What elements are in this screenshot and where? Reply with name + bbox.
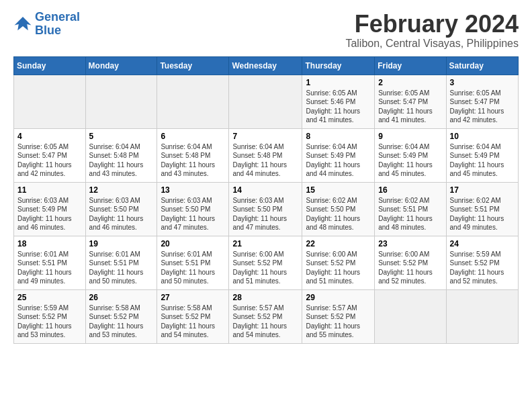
month-title: February 2024 <box>345 11 519 38</box>
day-info: Sunrise: 6:01 AM Sunset: 5:51 PM Dayligh… <box>17 250 82 286</box>
day-cell: 27Sunrise: 5:58 AM Sunset: 5:52 PM Dayli… <box>157 289 229 343</box>
day-cell <box>157 75 229 128</box>
day-number: 21 <box>232 239 298 248</box>
day-info: Sunrise: 6:04 AM Sunset: 5:48 PM Dayligh… <box>89 142 154 179</box>
day-cell: 26Sunrise: 5:58 AM Sunset: 5:52 PM Dayli… <box>85 289 157 343</box>
day-number: 9 <box>378 132 442 141</box>
day-cell: 25Sunrise: 5:59 AM Sunset: 5:52 PM Dayli… <box>14 289 86 343</box>
day-info: Sunrise: 6:01 AM Sunset: 5:51 PM Dayligh… <box>89 250 154 286</box>
header-cell-thursday: Thursday <box>302 56 375 75</box>
calendar-body: 1Sunrise: 6:05 AM Sunset: 5:46 PM Daylig… <box>14 75 519 343</box>
day-cell: 23Sunrise: 6:00 AM Sunset: 5:52 PM Dayli… <box>375 236 446 289</box>
day-cell: 4Sunrise: 6:05 AM Sunset: 5:47 PM Daylig… <box>14 128 86 182</box>
day-number: 23 <box>378 239 442 248</box>
day-cell: 9Sunrise: 6:04 AM Sunset: 5:49 PM Daylig… <box>375 128 446 182</box>
logo-text: General Blue <box>35 11 80 38</box>
day-number: 11 <box>17 185 82 195</box>
title-area: February 2024 Talibon, Central Visayas, … <box>345 11 519 50</box>
day-info: Sunrise: 6:00 AM Sunset: 5:52 PM Dayligh… <box>378 250 442 286</box>
day-number: 25 <box>17 293 82 302</box>
day-number: 27 <box>161 293 225 302</box>
day-cell: 19Sunrise: 6:01 AM Sunset: 5:51 PM Dayli… <box>85 236 157 289</box>
header-cell-monday: Monday <box>85 56 157 75</box>
day-cell: 14Sunrise: 6:03 AM Sunset: 5:50 PM Dayli… <box>229 182 302 236</box>
day-info: Sunrise: 5:59 AM Sunset: 5:52 PM Dayligh… <box>450 250 515 286</box>
day-info: Sunrise: 5:58 AM Sunset: 5:52 PM Dayligh… <box>161 304 225 340</box>
day-info: Sunrise: 6:03 AM Sunset: 5:50 PM Dayligh… <box>161 196 225 232</box>
day-number: 6 <box>161 132 225 141</box>
location-title: Talibon, Central Visayas, Philippines <box>345 38 519 50</box>
day-cell <box>446 289 518 343</box>
day-info: Sunrise: 6:02 AM Sunset: 5:51 PM Dayligh… <box>450 196 515 232</box>
day-number: 10 <box>450 132 515 141</box>
header-cell-wednesday: Wednesday <box>229 56 302 75</box>
day-number: 28 <box>232 293 298 302</box>
day-info: Sunrise: 6:03 AM Sunset: 5:49 PM Dayligh… <box>17 196 82 232</box>
day-cell: 24Sunrise: 5:59 AM Sunset: 5:52 PM Dayli… <box>446 236 518 289</box>
week-row-1: 1Sunrise: 6:05 AM Sunset: 5:46 PM Daylig… <box>14 75 519 128</box>
day-number: 8 <box>306 132 371 141</box>
logo: General Blue <box>13 11 80 38</box>
day-number: 19 <box>89 239 154 248</box>
day-cell: 17Sunrise: 6:02 AM Sunset: 5:51 PM Dayli… <box>446 182 518 236</box>
day-info: Sunrise: 6:04 AM Sunset: 5:49 PM Dayligh… <box>378 142 442 179</box>
day-cell: 29Sunrise: 5:57 AM Sunset: 5:52 PM Dayli… <box>302 289 375 343</box>
day-info: Sunrise: 6:03 AM Sunset: 5:50 PM Dayligh… <box>89 196 154 232</box>
day-info: Sunrise: 5:57 AM Sunset: 5:52 PM Dayligh… <box>306 304 371 340</box>
header-cell-saturday: Saturday <box>446 56 518 75</box>
week-row-2: 4Sunrise: 6:05 AM Sunset: 5:47 PM Daylig… <box>14 128 519 182</box>
day-cell: 10Sunrise: 6:04 AM Sunset: 5:49 PM Dayli… <box>446 128 518 182</box>
day-cell: 18Sunrise: 6:01 AM Sunset: 5:51 PM Dayli… <box>14 236 86 289</box>
day-number: 2 <box>378 78 442 87</box>
day-cell: 22Sunrise: 6:00 AM Sunset: 5:52 PM Dayli… <box>302 236 375 289</box>
day-info: Sunrise: 6:00 AM Sunset: 5:52 PM Dayligh… <box>232 250 298 286</box>
day-info: Sunrise: 6:05 AM Sunset: 5:47 PM Dayligh… <box>450 89 515 125</box>
day-cell: 6Sunrise: 6:04 AM Sunset: 5:48 PM Daylig… <box>157 128 229 182</box>
day-info: Sunrise: 5:58 AM Sunset: 5:52 PM Dayligh… <box>89 304 154 340</box>
day-cell: 20Sunrise: 6:01 AM Sunset: 5:51 PM Dayli… <box>157 236 229 289</box>
day-info: Sunrise: 6:05 AM Sunset: 5:46 PM Dayligh… <box>306 89 371 125</box>
svg-marker-0 <box>15 17 32 30</box>
calendar-header: SundayMondayTuesdayWednesdayThursdayFrid… <box>14 56 519 75</box>
day-info: Sunrise: 6:04 AM Sunset: 5:48 PM Dayligh… <box>161 142 225 179</box>
week-row-3: 11Sunrise: 6:03 AM Sunset: 5:49 PM Dayli… <box>14 182 519 236</box>
day-info: Sunrise: 6:04 AM Sunset: 5:48 PM Dayligh… <box>232 142 298 179</box>
day-cell: 12Sunrise: 6:03 AM Sunset: 5:50 PM Dayli… <box>85 182 157 236</box>
header: General Blue February 2024 Talibon, Cent… <box>13 11 519 50</box>
day-number: 3 <box>450 78 515 87</box>
day-info: Sunrise: 6:04 AM Sunset: 5:49 PM Dayligh… <box>450 142 515 179</box>
day-cell: 8Sunrise: 6:04 AM Sunset: 5:49 PM Daylig… <box>302 128 375 182</box>
week-row-5: 25Sunrise: 5:59 AM Sunset: 5:52 PM Dayli… <box>14 289 519 343</box>
day-number: 29 <box>306 293 371 302</box>
day-info: Sunrise: 6:03 AM Sunset: 5:50 PM Dayligh… <box>232 196 298 232</box>
day-cell: 5Sunrise: 6:04 AM Sunset: 5:48 PM Daylig… <box>85 128 157 182</box>
day-cell: 2Sunrise: 6:05 AM Sunset: 5:47 PM Daylig… <box>375 75 446 128</box>
day-cell: 13Sunrise: 6:03 AM Sunset: 5:50 PM Dayli… <box>157 182 229 236</box>
day-number: 26 <box>89 293 154 302</box>
day-number: 20 <box>161 239 225 248</box>
day-info: Sunrise: 6:02 AM Sunset: 5:51 PM Dayligh… <box>378 196 442 232</box>
day-number: 7 <box>232 132 298 141</box>
day-cell <box>229 75 302 128</box>
header-cell-tuesday: Tuesday <box>157 56 229 75</box>
day-number: 18 <box>17 239 82 248</box>
day-cell <box>85 75 157 128</box>
day-info: Sunrise: 6:05 AM Sunset: 5:47 PM Dayligh… <box>17 142 82 179</box>
day-number: 24 <box>450 239 515 248</box>
day-info: Sunrise: 6:04 AM Sunset: 5:49 PM Dayligh… <box>306 142 371 179</box>
header-row: SundayMondayTuesdayWednesdayThursdayFrid… <box>14 56 519 75</box>
logo-icon <box>13 15 32 34</box>
day-cell: 1Sunrise: 6:05 AM Sunset: 5:46 PM Daylig… <box>302 75 375 128</box>
day-cell <box>375 289 446 343</box>
day-number: 5 <box>89 132 154 141</box>
day-cell: 28Sunrise: 5:57 AM Sunset: 5:52 PM Dayli… <box>229 289 302 343</box>
day-cell <box>14 75 86 128</box>
calendar-table: SundayMondayTuesdayWednesdayThursdayFrid… <box>13 56 519 344</box>
day-info: Sunrise: 6:00 AM Sunset: 5:52 PM Dayligh… <box>306 250 371 286</box>
day-cell: 15Sunrise: 6:02 AM Sunset: 5:50 PM Dayli… <box>302 182 375 236</box>
day-cell: 7Sunrise: 6:04 AM Sunset: 5:48 PM Daylig… <box>229 128 302 182</box>
day-number: 12 <box>89 185 154 195</box>
day-info: Sunrise: 6:02 AM Sunset: 5:50 PM Dayligh… <box>306 196 371 232</box>
day-number: 4 <box>17 132 82 141</box>
header-cell-sunday: Sunday <box>14 56 86 75</box>
